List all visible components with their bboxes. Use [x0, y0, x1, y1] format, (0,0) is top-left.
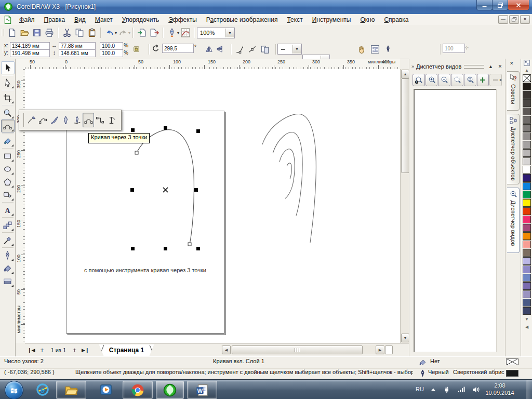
mirror-vertical-button[interactable] — [214, 44, 224, 54]
color-swatch-24[interactable] — [523, 274, 531, 282]
drawing-curve-second[interactable] — [273, 132, 302, 216]
tool-outline[interactable] — [1, 249, 15, 262]
color-swatch-7[interactable] — [523, 132, 531, 140]
add-page-before-button[interactable]: + — [37, 345, 46, 355]
flyout-tool-bezier[interactable] — [37, 113, 48, 127]
export-button[interactable] — [148, 26, 161, 39]
start-button[interactable] — [5, 381, 23, 399]
zoom-level-dropdown[interactable]: ▾ — [225, 29, 234, 37]
new-document-button[interactable] — [6, 26, 18, 39]
color-swatch-14[interactable] — [523, 191, 531, 198]
taskbar-windows-media-player[interactable] — [95, 381, 117, 398]
wrap-offset-spinner[interactable]: ⊹ — [464, 45, 469, 50]
first-page-button[interactable]: ❙◀ — [25, 347, 37, 354]
object-height-field[interactable]: 148.681 мм — [59, 49, 96, 57]
tool-interactive-fill[interactable] — [1, 275, 15, 288]
tool-fill[interactable] — [1, 262, 15, 275]
color-swatch-18[interactable] — [523, 224, 531, 232]
color-swatch-28[interactable] — [523, 307, 531, 315]
menu-file[interactable]: Файл — [15, 15, 39, 25]
volume-icon[interactable] — [472, 385, 480, 394]
scroll-up-button[interactable]: ▲ — [401, 70, 409, 78]
taskbar-windows-explorer[interactable] — [56, 381, 86, 399]
zoom-to-page-button[interactable] — [464, 74, 476, 86]
rotation-angle-field[interactable]: 299,5 — [162, 44, 194, 53]
flyout-tool-freehand[interactable] — [25, 113, 37, 127]
color-swatch-15[interactable] — [523, 199, 531, 207]
color-swatch-1[interactable] — [523, 83, 531, 90]
start-arrowhead-combo[interactable]: ▾ — [277, 44, 302, 55]
x-position-field[interactable]: 134.189 мм — [10, 42, 50, 50]
show-desktop-button[interactable] — [526, 380, 532, 399]
color-swatch-17[interactable] — [523, 216, 531, 223]
selection-handle[interactable] — [164, 126, 167, 130]
tool-ellipse[interactable] — [1, 163, 15, 176]
color-swatch-8[interactable] — [523, 141, 531, 149]
color-swatch-23[interactable] — [523, 265, 531, 273]
menu-layout[interactable]: Макет — [90, 15, 117, 25]
tool-smart-fill[interactable] — [1, 135, 15, 148]
taskbar-coreldraw[interactable] — [156, 381, 184, 399]
wrap-offset-field[interactable]: 100 — [443, 44, 465, 53]
scale-x-field[interactable]: 100.0 — [100, 42, 123, 50]
menu-edit[interactable]: Правка — [39, 15, 70, 25]
palette-menu-button[interactable] — [522, 59, 531, 66]
docker-rollup-button[interactable]: ▲ — [487, 63, 495, 70]
drawing-curve-third[interactable] — [280, 149, 295, 198]
menu-arrange[interactable]: Упорядочить — [117, 15, 164, 25]
y-position-field[interactable]: 191.498 мм — [10, 49, 50, 57]
taskbar-google-chrome[interactable] — [123, 381, 153, 399]
vertical-scroll-thumb[interactable] — [401, 78, 409, 173]
tray-expand-icon[interactable] — [429, 385, 437, 394]
color-swatch-none[interactable] — [523, 74, 531, 82]
docker-toolbar-overflow[interactable]: ▸ — [498, 74, 504, 85]
cut-button[interactable] — [61, 26, 73, 39]
paste-button[interactable] — [86, 26, 98, 39]
minimize-button[interactable] — [476, 0, 493, 10]
tab-object-manager[interactable]: Диспетчер объектов — [507, 114, 520, 184]
menu-window[interactable]: Окно — [355, 15, 379, 25]
flyout-tool-dimension[interactable] — [105, 113, 117, 127]
horizontal-scroll-thumb[interactable] — [232, 345, 363, 354]
flyout-tool-polyline[interactable] — [71, 113, 83, 127]
corel-online-button[interactable] — [179, 26, 192, 39]
flyout-grip[interactable] — [21, 113, 24, 127]
menu-text[interactable]: Текст — [282, 15, 307, 25]
open-button[interactable] — [18, 26, 31, 39]
curve-start-node[interactable] — [135, 151, 138, 154]
color-swatch-16[interactable] — [523, 207, 531, 215]
tool-eyedropper[interactable] — [1, 234, 15, 247]
color-swatch-11[interactable] — [523, 166, 531, 174]
scroll-down-button[interactable]: ▼ — [401, 334, 409, 342]
scale-y-field[interactable]: 100.0 — [100, 49, 123, 57]
redo-button[interactable] — [117, 26, 129, 39]
zoom-in-button[interactable] — [425, 74, 438, 86]
free-rotation-button[interactable] — [355, 43, 368, 56]
view-list[interactable] — [414, 89, 497, 352]
docker-collapse-chevrons[interactable]: » — [411, 64, 414, 69]
wrap-paragraph-text-button[interactable] — [369, 43, 381, 56]
zoom-level-combo[interactable]: 100% ▾ — [197, 28, 235, 38]
selection-center-marker[interactable] — [163, 188, 168, 192]
mdi-minimize-button[interactable]: — — [498, 15, 508, 24]
menu-help[interactable]: Справка — [379, 15, 413, 25]
color-swatch-20[interactable] — [523, 241, 531, 248]
mdi-close-button[interactable]: ✕ — [520, 15, 530, 24]
horizontal-ruler[interactable]: 50050100150200250300350400 миллиметры — [25, 59, 400, 70]
docker-close-button[interactable]: ✕ — [496, 63, 504, 70]
color-swatch-22[interactable] — [523, 257, 531, 265]
object-width-field[interactable]: 77.88 мм — [59, 42, 96, 50]
page-tab[interactable]: Страница 1 — [99, 344, 154, 356]
color-swatch-5[interactable] — [523, 116, 531, 124]
color-swatch-4[interactable] — [523, 108, 531, 115]
scroll-left-button[interactable]: ◀ — [222, 345, 231, 354]
nonproportional-scale-button[interactable] — [131, 44, 141, 54]
tool-rectangle[interactable] — [1, 150, 15, 163]
menu-effects[interactable]: Эффекты — [164, 15, 202, 25]
tool-polygon[interactable] — [1, 176, 15, 189]
undo-button[interactable] — [103, 26, 116, 39]
palette-scroll-down[interactable]: ▼ — [522, 315, 531, 323]
tool-pick[interactable] — [1, 61, 15, 74]
network-icon[interactable] — [457, 385, 466, 394]
tool-shape[interactable] — [1, 76, 15, 89]
